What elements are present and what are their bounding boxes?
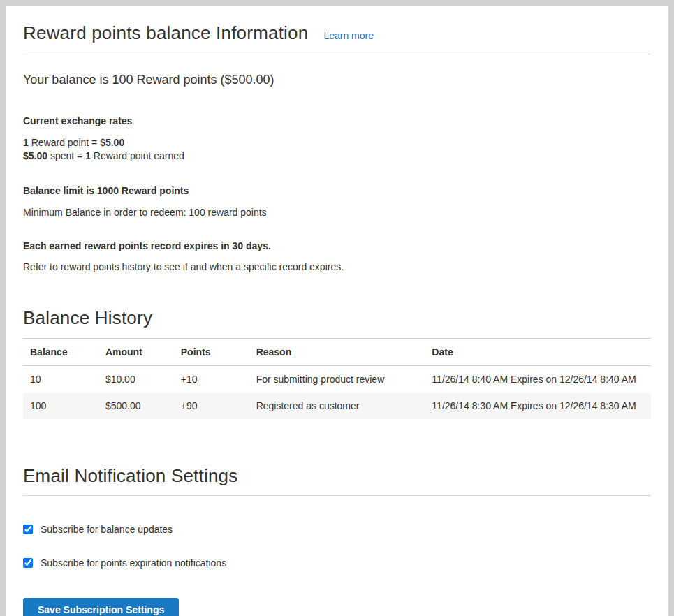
email-notification-heading: Email Notification Settings xyxy=(23,465,651,487)
minimum-balance-text: Minimum Balance in order to redeem: 100 … xyxy=(23,207,651,218)
column-header-amount: Amount xyxy=(98,339,174,366)
subscribe-expiration-label[interactable]: Subscribe for points expiration notifica… xyxy=(41,557,226,569)
cell-reason: For submitting product review xyxy=(249,366,425,393)
earn-text: Reward point earned xyxy=(91,150,184,161)
balance-limit-section: Balance limit is 1000 Reward points Mini… xyxy=(23,185,651,218)
cell-balance: 10 xyxy=(23,366,98,393)
table-row: 100 $500.00 +90 Registered as customer 1… xyxy=(23,393,651,419)
learn-more-link[interactable]: Learn more xyxy=(323,30,374,41)
balance-history-section: Balance History Balance Amount Points Re… xyxy=(23,307,651,419)
page-title: Reward points balance Information xyxy=(23,22,308,44)
spend-currency-value: $5.00 xyxy=(23,150,47,161)
rate-points-value: 1 xyxy=(23,137,29,148)
earn-points-value: 1 xyxy=(85,150,91,161)
expiration-heading: Each earned reward points record expires… xyxy=(23,240,651,251)
balance-history-table: Balance Amount Points Reason Date 10 $10… xyxy=(23,338,651,419)
email-notification-header: Email Notification Settings xyxy=(23,465,651,496)
page-header: Reward points balance Information Learn … xyxy=(23,18,651,54)
subscribe-expiration-row: Subscribe for points expiration notifica… xyxy=(23,557,651,569)
cell-date: 11/26/14 8:30 AM Expires on 12/26/14 8:3… xyxy=(425,393,651,419)
column-header-points: Points xyxy=(174,339,249,366)
column-header-date: Date xyxy=(425,339,651,366)
exchange-rate-line-2: $5.00 spent = 1 Reward point earned xyxy=(23,149,651,163)
save-subscription-settings-button[interactable]: Save Subscription Settings xyxy=(23,598,179,616)
rate-text: Reward point = xyxy=(29,137,100,148)
spend-text: spent = xyxy=(47,150,85,161)
cell-amount: $10.00 xyxy=(98,366,174,393)
reward-points-card: Reward points balance Information Learn … xyxy=(6,6,668,616)
table-header-row: Balance Amount Points Reason Date xyxy=(23,339,651,366)
subscribe-balance-updates-checkbox[interactable] xyxy=(23,525,33,534)
table-row: 10 $10.00 +10 For submitting product rev… xyxy=(23,366,651,393)
email-notification-section: Email Notification Settings Subscribe fo… xyxy=(23,465,651,616)
rate-currency-value: $5.00 xyxy=(100,137,124,148)
column-header-reason: Reason xyxy=(249,339,425,366)
expiration-note: Refer to reward points history to see if… xyxy=(23,261,651,272)
subscribe-expiration-checkbox[interactable] xyxy=(23,558,33,568)
expiration-section: Each earned reward points record expires… xyxy=(23,240,651,272)
cell-amount: $500.00 xyxy=(98,393,174,419)
cell-balance: 100 xyxy=(23,393,98,419)
exchange-rates-lines: 1 Reward point = $5.00 $5.00 spent = 1 R… xyxy=(23,136,651,163)
cell-points: +10 xyxy=(174,366,249,393)
cell-points: +90 xyxy=(174,393,249,419)
exchange-rates-heading: Current exchange rates xyxy=(23,115,651,126)
exchange-rate-line-1: 1 Reward point = $5.00 xyxy=(23,136,651,149)
balance-history-heading: Balance History xyxy=(23,307,651,329)
subscribe-balance-updates-row: Subscribe for balance updates xyxy=(23,524,651,535)
balance-summary: Your balance is 100 Reward points ($500.… xyxy=(23,73,651,87)
exchange-rates-section: Current exchange rates 1 Reward point = … xyxy=(23,115,651,163)
cell-reason: Registered as customer xyxy=(249,393,425,419)
column-header-balance: Balance xyxy=(23,339,98,366)
balance-limit-heading: Balance limit is 1000 Reward points xyxy=(23,185,651,196)
cell-date: 11/26/14 8:40 AM Expires on 12/26/14 8:4… xyxy=(425,366,651,393)
subscribe-balance-updates-label[interactable]: Subscribe for balance updates xyxy=(41,524,173,535)
